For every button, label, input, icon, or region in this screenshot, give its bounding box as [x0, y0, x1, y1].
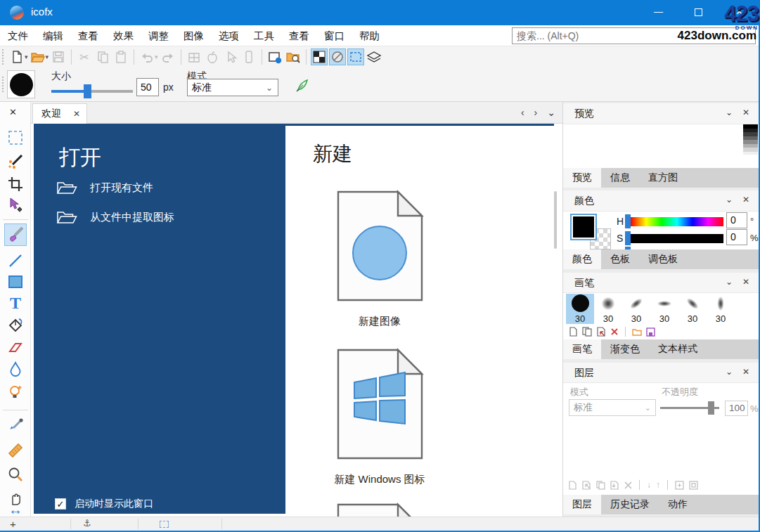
browse-images-button[interactable]	[285, 48, 302, 65]
startup-checkbox[interactable]: ✓	[55, 498, 66, 510]
menu-tools[interactable]: 工具	[252, 28, 276, 44]
merge-layer-icon[interactable]	[610, 481, 619, 490]
slider-handle[interactable]	[84, 84, 91, 98]
menu-effects[interactable]: 效果	[111, 28, 136, 44]
tab-info[interactable]: 信息	[601, 168, 639, 188]
panel-close-icon[interactable]: ✕	[742, 367, 749, 377]
panel-collapse-icon[interactable]: ⌄	[726, 367, 733, 377]
layer-mode-select[interactable]: 标准 ⌄	[569, 399, 656, 416]
extract-icon-link[interactable]: 从文件中提取图标	[56, 208, 174, 226]
menu-view[interactable]: 查看	[76, 28, 101, 44]
cut-button[interactable]: ✂	[76, 48, 93, 65]
saturation-gradient-bar[interactable]	[631, 234, 723, 243]
duplicate-brush-icon[interactable]	[582, 327, 592, 337]
open-brushes-icon[interactable]	[632, 327, 642, 337]
menu-help[interactable]: 帮助	[357, 28, 382, 44]
rectangle-tool[interactable]	[6, 272, 25, 292]
move-tool[interactable]	[6, 195, 25, 215]
blur-tool[interactable]	[6, 359, 25, 379]
brush-item[interactable]: 30	[650, 294, 678, 324]
move-layer-up-icon[interactable]: ↑	[656, 480, 660, 490]
hue-slider-handle[interactable]	[625, 214, 631, 228]
brush-item[interactable]: 30	[622, 294, 650, 324]
tab-scroll-right-icon[interactable]: ›	[534, 107, 538, 118]
save-brushes-icon[interactable]	[646, 327, 655, 337]
windows-icon-button[interactable]	[186, 48, 202, 65]
copy-button[interactable]	[94, 48, 111, 65]
maximize-button[interactable]	[695, 8, 702, 16]
image-preview-button[interactable]	[266, 48, 283, 65]
tab-palette[interactable]: 调色板	[639, 249, 687, 269]
open-file-dropdown[interactable]: ▾	[46, 53, 49, 60]
tab-history[interactable]: 历史记录	[601, 495, 659, 514]
new-card-partial[interactable]	[323, 502, 436, 517]
startup-checkbox-row[interactable]: ✓ 启动时显示此窗口	[55, 498, 153, 510]
tab-histogram[interactable]: 直方图	[639, 168, 687, 188]
hue-value[interactable]: 0	[726, 212, 747, 228]
panel-close-icon[interactable]: ✕	[742, 195, 749, 205]
new-image-card[interactable]: 新建图像	[323, 190, 436, 328]
color-picker-tool[interactable]	[6, 416, 25, 436]
menu-image[interactable]: 图像	[181, 28, 206, 44]
eraser-tool[interactable]	[6, 337, 25, 357]
new-file-dropdown[interactable]: ▾	[25, 53, 28, 60]
tab-list-icon[interactable]: ⌄	[547, 107, 555, 118]
menu-edit[interactable]: 编辑	[41, 28, 65, 44]
menu-options[interactable]: 选项	[217, 28, 241, 44]
line-tool[interactable]	[6, 251, 25, 271]
open-file-button[interactable]	[30, 48, 46, 65]
menu-file[interactable]: 文件	[6, 28, 30, 44]
panel-collapse-icon[interactable]: ⌄	[726, 277, 733, 287]
toggle-matte[interactable]	[329, 48, 346, 65]
flatten-all-icon[interactable]	[689, 481, 698, 490]
macos-icon-button[interactable]	[204, 48, 221, 65]
tab-color[interactable]: 颜色	[563, 249, 601, 269]
brush-tool[interactable]	[4, 223, 27, 246]
crop-tool[interactable]	[6, 174, 25, 194]
brush-item[interactable]: 30	[678, 294, 707, 324]
new-brush-icon[interactable]	[569, 327, 578, 337]
select-tool[interactable]	[6, 128, 25, 148]
tab-text-style[interactable]: 文本样式	[649, 339, 707, 359]
magic-wand-tool[interactable]	[6, 152, 25, 171]
flatten-icon[interactable]	[675, 481, 684, 490]
brush-item[interactable]: 30	[707, 294, 735, 324]
menu-view2[interactable]: 查看	[287, 28, 311, 44]
hue-gradient-bar[interactable]	[631, 217, 723, 226]
size-value-input[interactable]	[136, 78, 159, 96]
mode-select[interactable]: 标准 ⌄	[187, 79, 278, 96]
duplicate-layer-icon[interactable]	[596, 481, 605, 490]
antialias-toggle[interactable]	[295, 78, 310, 96]
phone-icon-button[interactable]	[240, 48, 257, 65]
zoom-tool[interactable]	[6, 465, 25, 484]
ruler-tool[interactable]	[6, 441, 25, 460]
layers-view-button[interactable]	[366, 48, 382, 65]
delete-brush-icon[interactable]	[610, 327, 619, 336]
toggle-selection-visibility[interactable]	[347, 48, 364, 65]
panel-close-icon[interactable]: ✕	[9, 107, 17, 117]
tab-scroll-left-icon[interactable]: ‹	[521, 107, 524, 118]
welcome-scrollbar[interactable]	[554, 191, 557, 249]
new-windows-icon-card[interactable]: 新建 Windows 图标	[323, 348, 436, 486]
tab-swatches[interactable]: 色板	[601, 249, 639, 269]
foreground-color-swatch[interactable]	[570, 214, 597, 240]
panel-collapse-icon[interactable]: ⌄	[726, 195, 733, 205]
tab-close-icon[interactable]: ✕	[73, 109, 80, 119]
undo-dropdown[interactable]: ▾	[155, 53, 158, 60]
tab-welcome[interactable]: 欢迎 ✕	[32, 103, 87, 124]
undo-button[interactable]	[139, 48, 155, 65]
tab-gradient[interactable]: 渐变色	[601, 339, 649, 359]
brush-preview-box[interactable]	[7, 70, 35, 98]
panel-collapse-icon[interactable]: ⌄	[726, 108, 733, 117]
tab-preview[interactable]: 预览	[563, 168, 601, 188]
import-brush-icon[interactable]	[596, 327, 606, 337]
size-slider[interactable]	[51, 84, 133, 98]
opacity-value[interactable]: 100	[725, 401, 748, 416]
saturation-value[interactable]: 0	[726, 229, 747, 245]
brush-item[interactable]: 30	[566, 294, 594, 324]
save-button[interactable]	[50, 48, 67, 65]
panel-close-icon[interactable]: ✕	[742, 277, 749, 287]
tab-layers[interactable]: 图层	[563, 495, 601, 514]
tab-actions[interactable]: 动作	[659, 495, 697, 514]
brush-item[interactable]: 30	[594, 294, 622, 324]
